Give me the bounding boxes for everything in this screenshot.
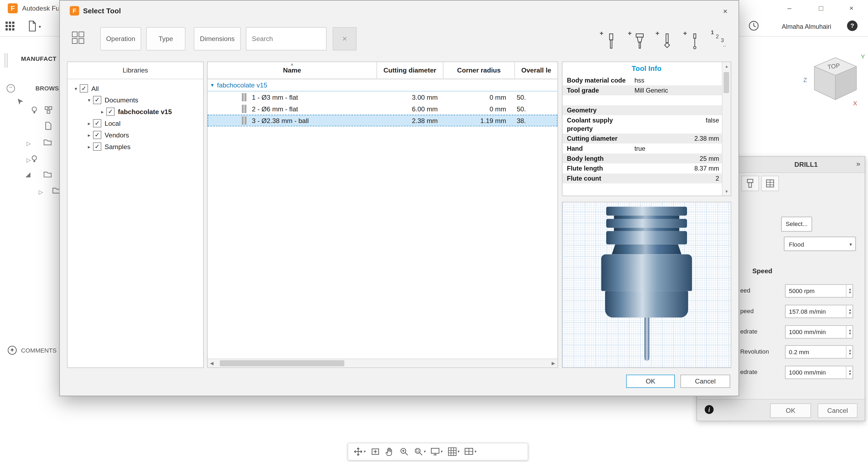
look-at-tool[interactable]	[369, 445, 382, 458]
viewports-tool[interactable]: ▾	[462, 445, 478, 458]
expand-arrow-icon[interactable]: ▷	[39, 189, 43, 195]
expand-dialog-icon[interactable]: »	[856, 160, 860, 168]
collet-nut	[605, 291, 688, 318]
filter-type-button[interactable]: Type	[146, 27, 186, 51]
clear-filters-button[interactable]: ×	[333, 27, 356, 51]
tree-item-fabchocolate[interactable]: ▸ ✓ fabchocolate v15	[68, 106, 203, 118]
scroll-down-icon[interactable]: ▼	[722, 187, 731, 196]
drill-ok-button[interactable]: OK	[770, 403, 811, 418]
dialog-close-icon[interactable]: ×	[715, 4, 735, 18]
renumber-tools-button[interactable]: 1 2 3 ..	[711, 29, 732, 53]
user-name[interactable]: Almaha Almuhairi	[782, 23, 831, 30]
tree-item-documents[interactable]: ▾ ✓ Documents	[68, 94, 203, 106]
feed-per-revolution-stepper[interactable]: ▲▼	[846, 345, 854, 358]
plunge-feedrate-input[interactable]	[785, 366, 853, 379]
folder-icon[interactable]	[43, 171, 52, 178]
expand-arrow-icon[interactable]: ▷	[27, 140, 31, 146]
zoom-window-tool[interactable]: ▾	[412, 445, 427, 458]
display-settings-tool[interactable]: ▾	[428, 445, 444, 458]
column-cutting-diameter[interactable]: Cutting diameter	[377, 62, 443, 79]
expand-arrow-icon[interactable]: ▸	[85, 132, 93, 138]
data-panel-icon[interactable]	[5, 22, 16, 32]
checkbox-checked[interactable]: ✓	[93, 119, 101, 128]
tab-manufacture[interactable]: MANUFACT	[21, 55, 59, 62]
column-name[interactable]: ▴ Name	[208, 62, 377, 79]
horizontal-scrollbar[interactable]: ◀ ▶	[208, 358, 557, 368]
search-input[interactable]	[246, 28, 326, 50]
folder-icon[interactable]	[43, 139, 52, 146]
bulb-icon[interactable]	[30, 154, 38, 163]
expand-arrow-icon[interactable]: ▸	[85, 144, 93, 149]
dialog-titlebar[interactable]: F Select Tool ×	[60, 1, 738, 22]
collapse-arrow-icon[interactable]: ▾	[85, 97, 93, 103]
expand-arrow-icon[interactable]: ▸	[98, 109, 106, 114]
feedrate-stepper[interactable]: ▲▼	[846, 325, 854, 339]
surface-speed-stepper[interactable]: ▲▼	[846, 305, 854, 318]
collapse-browser-icon[interactable]: −	[6, 84, 15, 93]
tree-item-vendors[interactable]: ▸ ✓ Vendors	[68, 129, 203, 141]
vertical-scrollbar[interactable]: ▲ ▼	[722, 62, 731, 196]
tree-item-all[interactable]: ▾ ✓ All	[68, 83, 203, 94]
file-menu-caret-icon[interactable]: ▾	[39, 24, 41, 29]
scrollbar-thumb[interactable]	[724, 72, 729, 93]
table-row[interactable]: 1 - Ø3 mm - flat 3.00 mm 0 mm 50.	[208, 91, 557, 103]
checkbox-checked[interactable]: ✓	[106, 108, 115, 116]
close-window-button[interactable]: ×	[842, 2, 860, 15]
library-view-icon[interactable]	[72, 31, 86, 46]
surface-speed-input[interactable]	[785, 305, 853, 318]
scroll-right-icon[interactable]: ▶	[549, 359, 558, 368]
checkbox-checked[interactable]: ✓	[93, 131, 101, 139]
comments-panel-title[interactable]: COMMENTS	[21, 347, 57, 353]
tree-item-samples[interactable]: ▸ ✓ Samples	[68, 141, 203, 152]
viewcube[interactable]: TOP Z X Y	[799, 50, 867, 108]
table-row-selected[interactable]: 3 - Ø2.38 mm - ball 2.38 mm 1.19 mm 38.	[208, 115, 557, 126]
drill-cancel-button[interactable]: Cancel	[818, 403, 858, 418]
group-collapse-icon[interactable]: ▾	[211, 82, 214, 88]
tab-tool[interactable]	[741, 176, 759, 191]
maximize-button[interactable]: □	[812, 2, 830, 15]
column-corner-radius[interactable]: Corner radius	[443, 62, 515, 79]
checkbox-checked[interactable]: ✓	[93, 142, 101, 151]
grid-snaps-tool[interactable]: ▾	[445, 445, 461, 458]
new-probe-button[interactable]: +	[683, 29, 704, 53]
checkbox-checked[interactable]: ✓	[93, 96, 101, 104]
spindle-speed-stepper[interactable]: ▲▼	[846, 284, 854, 298]
plunge-feedrate-stepper[interactable]: ▲▼	[846, 366, 854, 379]
tool-select-button[interactable]: Select...	[781, 217, 812, 232]
checkbox-checked[interactable]: ✓	[80, 84, 88, 93]
new-turning-tool-button[interactable]: +	[655, 29, 677, 53]
tree-item-local[interactable]: ▸ ✓ Local	[68, 118, 203, 129]
filter-operation-button[interactable]: Operation	[100, 27, 141, 51]
help-icon[interactable]: ?	[847, 20, 858, 31]
table-group-row[interactable]: ▾ fabchocolate v15	[208, 79, 557, 91]
tool-preview-panel[interactable]	[562, 202, 731, 368]
feed-per-revolution-input[interactable]	[785, 345, 853, 358]
pan-tool[interactable]	[383, 445, 396, 458]
cancel-button[interactable]: Cancel	[681, 375, 731, 388]
table-row[interactable]: 2 - Ø6 mm - flat 6.00 mm 0 mm 50.	[208, 103, 557, 115]
minimize-button[interactable]: –	[781, 2, 798, 15]
expand-arrow-icon[interactable]: ▸	[85, 121, 93, 126]
ok-button[interactable]: OK	[626, 375, 675, 388]
new-mill-tool-button[interactable]: +	[600, 29, 621, 53]
scrollbar-thumb[interactable]	[220, 360, 344, 366]
document-icon[interactable]	[44, 121, 52, 131]
component-icon[interactable]	[44, 106, 53, 114]
scroll-left-icon[interactable]: ◀	[208, 359, 216, 368]
feedrate-input[interactable]	[785, 325, 853, 339]
file-menu-icon[interactable]	[28, 20, 37, 31]
spindle-speed-input[interactable]	[785, 284, 853, 298]
add-comment-icon[interactable]: +	[8, 346, 17, 355]
zoom-tool[interactable]	[397, 445, 410, 458]
bulb-icon[interactable]	[30, 106, 38, 114]
collapse-arrow-icon[interactable]: ▾	[72, 86, 80, 91]
filter-dimensions-button[interactable]: Dimensions	[194, 27, 241, 51]
job-status-clock-icon[interactable]	[748, 20, 759, 31]
scroll-up-icon[interactable]: ▲	[722, 62, 731, 70]
coolant-select[interactable]: Flood ▾	[784, 237, 856, 251]
orbit-tool[interactable]: ▾	[352, 445, 367, 458]
new-holder-button[interactable]: +	[628, 29, 649, 53]
tab-feed-speed[interactable]	[761, 176, 779, 191]
column-overall-length[interactable]: Overall le	[515, 62, 558, 79]
info-icon[interactable]: i	[705, 405, 714, 414]
